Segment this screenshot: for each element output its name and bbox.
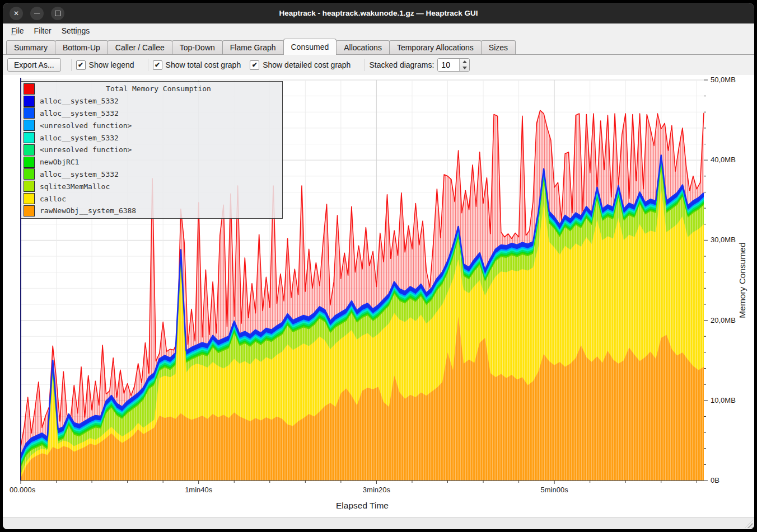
legend-row: rawNewObj__system_6388 bbox=[21, 205, 282, 217]
legend-label: <unresolved function> bbox=[40, 121, 132, 130]
legend-label: alloc__system_5332 bbox=[40, 97, 119, 105]
x-tick-label: 00.000s bbox=[10, 486, 36, 494]
window-title: Heaptrack - heaptrack.wakunode.1.gz — He… bbox=[3, 9, 754, 17]
tab-bottom-up[interactable]: Bottom-Up bbox=[55, 40, 108, 54]
export-as-button[interactable]: Export As... bbox=[7, 58, 61, 72]
toolbar-separator bbox=[71, 59, 72, 71]
legend-row: alloc__system_5332 bbox=[21, 168, 282, 181]
legend-swatch-icon bbox=[24, 83, 35, 95]
y-tick-label: 50,0MB bbox=[711, 76, 736, 84]
y-tick-label: 20,0MB bbox=[711, 316, 736, 324]
tab-flame-graph[interactable]: Flame Graph bbox=[222, 40, 284, 54]
tab-summary[interactable]: Summary bbox=[6, 40, 55, 54]
checkbox-check-icon: ✔ bbox=[153, 60, 162, 70]
x-tick-label: 1min40s bbox=[185, 486, 213, 494]
toolbar-separator bbox=[148, 59, 148, 71]
y-axis-title: Memory Consumed bbox=[737, 242, 747, 318]
y-tick-label: 30,0MB bbox=[711, 236, 736, 244]
legend-row: <unresolved function> bbox=[21, 144, 282, 156]
legend-label: newObjRC1 bbox=[40, 158, 79, 166]
checkbox-label: Show legend bbox=[89, 60, 134, 69]
checkbox-show-detailed-cost[interactable]: ✔ Show detailed cost graph bbox=[250, 60, 351, 70]
legend-swatch-icon bbox=[24, 107, 35, 119]
legend-label: sqlite3MemMalloc bbox=[40, 182, 110, 191]
legend-row: Total Memory Consumption bbox=[21, 83, 282, 95]
checkbox-show-legend[interactable]: ✔ Show legend bbox=[76, 60, 134, 70]
spin-up-icon bbox=[462, 60, 467, 63]
legend-label: calloc bbox=[40, 195, 66, 203]
legend-swatch-icon bbox=[24, 181, 35, 192]
checkbox-check-icon: ✔ bbox=[76, 60, 86, 70]
stacked-diagrams-label: Stacked diagrams: bbox=[369, 60, 434, 69]
menu-bar: FileFilterSettings bbox=[3, 23, 754, 38]
x-tick-label: 3min20s bbox=[363, 486, 391, 494]
app-window: ✕ Heaptrack - heaptrack.wakunode.1.gz — … bbox=[3, 3, 754, 529]
menu-settings[interactable]: Settings bbox=[57, 25, 95, 37]
legend-label: alloc__system_5332 bbox=[40, 170, 119, 178]
tab-sizes[interactable]: Sizes bbox=[481, 40, 516, 54]
legend-row: newObjRC1 bbox=[21, 156, 282, 168]
legend-swatch-icon bbox=[24, 144, 35, 156]
legend-row: calloc bbox=[21, 192, 282, 205]
legend-row: alloc__system_5332 bbox=[21, 131, 282, 144]
checkbox-show-total-cost[interactable]: ✔ Show total cost graph bbox=[153, 60, 241, 70]
legend-swatch-icon bbox=[24, 96, 35, 107]
tab-consumed[interactable]: Consumed bbox=[283, 39, 337, 55]
tab-allocations[interactable]: Allocations bbox=[336, 40, 390, 54]
checkbox-check-icon: ✔ bbox=[250, 60, 259, 70]
spin-down-button[interactable] bbox=[460, 65, 469, 71]
legend-row: alloc__system_5332 bbox=[21, 95, 282, 107]
status-bar bbox=[3, 517, 754, 529]
memory-consumed-chart[interactable]: 0B10,0MB20,0MB30,0MB40,0MB50,0MB00.000s1… bbox=[3, 75, 754, 517]
legend-label: alloc__system_5332 bbox=[40, 109, 119, 117]
legend-swatch-icon bbox=[24, 193, 35, 204]
legend-swatch-icon bbox=[24, 132, 35, 143]
spin-buttons bbox=[459, 59, 469, 71]
checkbox-label: Show total cost graph bbox=[166, 60, 241, 69]
legend-swatch-icon bbox=[24, 120, 35, 131]
y-tick-label: 0B bbox=[711, 476, 719, 484]
legend-swatch-icon bbox=[24, 168, 35, 180]
legend-label: rawNewObj__system_6388 bbox=[40, 206, 136, 215]
legend-label: Total Memory Consumption bbox=[35, 84, 282, 93]
legend-swatch-icon bbox=[24, 157, 35, 168]
x-axis-title: Elapsed Time bbox=[336, 501, 389, 510]
tab-bar: SummaryBottom-UpCaller / CalleeTop-DownF… bbox=[3, 38, 754, 55]
toolbar: Export As... ✔ Show legend ✔ Show total … bbox=[3, 55, 754, 75]
stacked-diagrams-input[interactable] bbox=[438, 59, 459, 71]
title-bar: ✕ Heaptrack - heaptrack.wakunode.1.gz — … bbox=[3, 3, 754, 23]
spin-up-button[interactable] bbox=[460, 59, 469, 65]
legend-row: sqlite3MemMalloc bbox=[21, 180, 282, 192]
legend-row: <unresolved function> bbox=[21, 119, 282, 131]
y-tick-label: 40,0MB bbox=[711, 156, 736, 164]
y-tick-label: 10,0MB bbox=[711, 396, 736, 404]
checkbox-label: Show detailed cost graph bbox=[263, 60, 351, 69]
toolbar-separator bbox=[364, 59, 365, 71]
resize-grip-icon[interactable] bbox=[745, 520, 753, 528]
legend-label: <unresolved function> bbox=[40, 145, 132, 154]
x-tick-label: 5min00s bbox=[541, 486, 569, 494]
stacked-diagrams-control: Stacked diagrams: bbox=[369, 58, 470, 72]
legend-row: alloc__system_5332 bbox=[21, 107, 282, 120]
tab-caller-callee[interactable]: Caller / Callee bbox=[108, 40, 172, 54]
tab-temporary-allocations[interactable]: Temporary Allocations bbox=[389, 40, 482, 54]
menu-file[interactable]: File bbox=[6, 25, 29, 37]
chart-legend: Total Memory Consumptionalloc__system_53… bbox=[21, 81, 283, 219]
stacked-diagrams-spinbox[interactable] bbox=[437, 58, 470, 72]
legend-label: alloc__system_5332 bbox=[40, 134, 119, 142]
tab-top-down[interactable]: Top-Down bbox=[172, 40, 223, 54]
legend-swatch-icon bbox=[24, 205, 35, 216]
spin-down-icon bbox=[462, 67, 467, 69]
menu-filter[interactable]: Filter bbox=[29, 25, 57, 37]
